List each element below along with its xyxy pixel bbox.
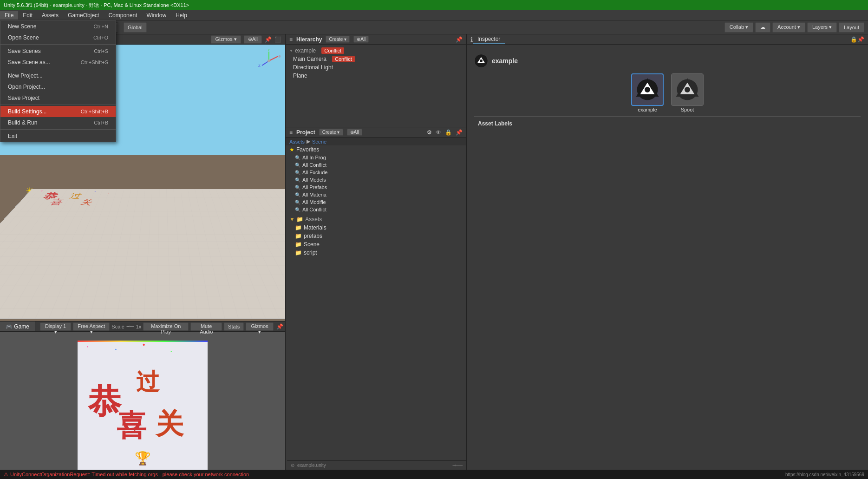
open-project-item[interactable]: Open Project... xyxy=(0,81,116,92)
fav-item-5[interactable]: 🔍 All Materia xyxy=(286,191,466,198)
svg-point-11 xyxy=(645,87,650,92)
mute-audio-btn[interactable]: Mute Audio xyxy=(190,322,222,331)
gameobject-menu[interactable]: GameObject xyxy=(63,11,104,20)
separator-4 xyxy=(0,129,116,130)
global-btn[interactable]: Global xyxy=(124,22,147,33)
inspector-pin-icon: 📌 xyxy=(857,36,864,43)
tri-icon: ▼ xyxy=(289,49,293,53)
hierarchy-header: ≡ Hierarchy Create ▾ ⊕All 📌 xyxy=(286,34,466,45)
stats-btn[interactable]: Stats xyxy=(224,322,244,331)
fav-item-7[interactable]: 🔍 All Conflict xyxy=(286,206,466,213)
title-bar: Unity 5.6.3f1 (64bit) - example.unity - … xyxy=(0,0,868,10)
aspect-btn[interactable]: Free Aspect ▾ xyxy=(73,322,110,331)
status-url[interactable]: https://blog.csdn.net/weixin_43159569 xyxy=(785,472,864,477)
game-tab[interactable]: 🎮 Game xyxy=(0,322,35,331)
svg-line-1 xyxy=(269,56,278,61)
hierarchy-panel: ≡ Hierarchy Create ▾ ⊕All 📌 ▼ example Co… xyxy=(286,34,467,127)
hierarchy-root[interactable]: ▼ example Conflict xyxy=(286,46,466,55)
global-label: Global xyxy=(128,25,143,30)
inspector-lock-icon[interactable]: 🔒 xyxy=(850,36,857,43)
favorites-header[interactable]: ★ Favorites xyxy=(286,145,466,154)
hierarchy-create-btn[interactable]: Create ▾ xyxy=(326,36,350,43)
fav-item-3[interactable]: 🔍 All Models xyxy=(286,176,466,184)
hierarchy-content: ▼ example Conflict Main Camera Conflict … xyxy=(286,45,466,82)
script-folder[interactable]: 📁 script xyxy=(286,249,466,257)
hierarchy-title: Hierarchy xyxy=(296,36,322,43)
main-camera-conflict-badge: Conflict xyxy=(332,56,355,62)
hierarchy-conflict-badge: Conflict xyxy=(321,47,344,54)
search-icon-6: 🔍 xyxy=(295,200,300,205)
main-camera-item[interactable]: Main Camera Conflict xyxy=(286,55,466,63)
window-menu[interactable]: Window xyxy=(142,11,171,20)
hierarchy-all-btn[interactable]: ⊕All xyxy=(353,36,369,43)
project-content: Assets ▶ Scene ★ Favorites 🔍 All In Prog xyxy=(286,138,466,479)
unity-logo-icon xyxy=(474,54,488,68)
assets-menu[interactable]: Assets xyxy=(37,11,63,20)
svg-text:Z: Z xyxy=(258,64,261,68)
hierarchy-pin-icon: 📌 xyxy=(456,36,463,43)
assets-breadcrumb[interactable]: Assets xyxy=(289,139,305,144)
new-scene-item[interactable]: New Scene Ctrl+N xyxy=(0,21,116,32)
save-scenes-item[interactable]: Save Scenes Ctrl+S xyxy=(0,46,116,57)
cloud-button[interactable]: ☁ xyxy=(755,22,770,33)
fav-item-2[interactable]: 🔍 All Exclude xyxy=(286,169,466,176)
fav-item-1[interactable]: 🔍 All Conflict xyxy=(286,161,466,169)
maximize-icon: ⬛ xyxy=(274,36,281,43)
gizmos-btn[interactable]: Gizmos ▾ xyxy=(211,35,241,44)
example-asset-icon[interactable] xyxy=(631,73,664,106)
build-settings-item[interactable]: Build Settings... Ctrl+Shift+B xyxy=(0,106,116,117)
pin-icon: 📌 xyxy=(265,36,272,43)
edit-menu[interactable]: Edit xyxy=(18,11,37,20)
layout-button[interactable]: Layout xyxy=(839,22,864,33)
svg-point-4 xyxy=(268,59,270,62)
display-btn[interactable]: Display 1 ▾ xyxy=(40,322,71,331)
save-scene-as-item[interactable]: Save Scene as... Ctrl+Shift+S xyxy=(0,57,116,68)
inspector-tab[interactable]: Inspector xyxy=(473,35,505,44)
fav-item-4[interactable]: 🔍 All Prefabs xyxy=(286,184,466,191)
toolbar: ✥ ↻ ⤢ ▭ ⊞ ▶ ⏸ ⏭ Global Collab ▾ ☁ Accoun… xyxy=(0,20,868,34)
scene-folder[interactable]: 📁 Scene xyxy=(286,240,466,249)
prefabs-folder[interactable]: 📁 prefabs xyxy=(286,232,466,240)
materials-folder[interactable]: 📁 Materials xyxy=(286,223,466,232)
collab-button[interactable]: Collab ▾ xyxy=(724,22,753,33)
scale-slider[interactable]: ⊸─ xyxy=(126,323,134,329)
component-menu[interactable]: Component xyxy=(104,11,142,20)
new-project-item[interactable]: New Project... xyxy=(0,70,116,81)
svg-point-13 xyxy=(685,87,690,92)
game-view: 🎮 Game Display 1 ▾ Free Aspect ▾ Scale ⊸… xyxy=(0,321,286,479)
spoot-asset-item[interactable]: Spoot xyxy=(671,73,704,112)
scene-breadcrumb[interactable]: Scene xyxy=(312,139,326,144)
project-slider[interactable]: ⊸── xyxy=(452,463,463,468)
save-project-item[interactable]: Save Project xyxy=(0,92,116,104)
exit-item[interactable]: Exit xyxy=(0,131,116,142)
project-icon: ≡ xyxy=(289,129,293,136)
help-menu[interactable]: Help xyxy=(171,11,192,20)
scale-label: Scale xyxy=(111,324,124,329)
file-menu[interactable]: File xyxy=(0,11,18,20)
game-gizmos-btn[interactable]: Gizmos ▾ xyxy=(246,322,274,331)
directional-light-item[interactable]: Directional Light xyxy=(286,63,466,72)
separator-2 xyxy=(0,69,116,69)
main-layout: ⊙ Scene Gizmos ▾ ⊕All 📌 ⬛ ☀ xyxy=(0,34,868,479)
project-all-btn[interactable]: ⊕All xyxy=(347,129,362,136)
account-button[interactable]: Account ▾ xyxy=(772,22,805,33)
build-run-item[interactable]: Build & Run Ctrl+B xyxy=(0,117,116,128)
file-dropdown: New Scene Ctrl+N Open Scene Ctrl+O Save … xyxy=(0,20,116,142)
assets-section-header[interactable]: ▼ 📁 Assets xyxy=(286,215,466,223)
example-asset-item[interactable]: example xyxy=(631,73,664,112)
fav-item-6[interactable]: 🔍 All Modifie xyxy=(286,198,466,206)
plane-item[interactable]: Plane xyxy=(286,72,466,80)
project-tree: Assets ▶ Scene ★ Favorites 🔍 All In Prog xyxy=(286,138,466,479)
fav-item-0[interactable]: 🔍 All In Prog xyxy=(286,154,466,161)
project-title: Project xyxy=(296,129,315,136)
asset-labels-section: Asset Labels xyxy=(474,116,861,131)
project-create-btn[interactable]: Create ▾ xyxy=(319,129,343,136)
project-header: ≡ Project Create ▾ ⊕All ⚙ 👁 🔒 📌 xyxy=(286,127,466,138)
status-bar: ⚠ UnityConnectOrganizationRequest: Timed… xyxy=(0,470,868,479)
layers-button[interactable]: Layers ▾ xyxy=(807,22,837,33)
open-scene-item[interactable]: Open Scene Ctrl+O xyxy=(0,32,116,43)
spoot-asset-label: Spoot xyxy=(681,107,694,112)
all-btn[interactable]: ⊕All xyxy=(244,35,262,44)
maximize-on-play-btn[interactable]: Maximize On Play xyxy=(143,322,189,331)
spoot-asset-icon[interactable] xyxy=(671,73,704,106)
